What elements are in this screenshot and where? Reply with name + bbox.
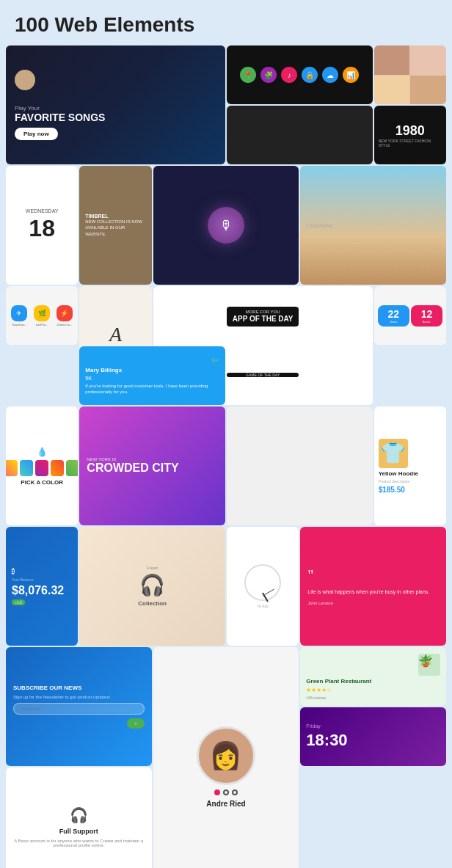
dot-inactive-2[interactable] bbox=[232, 789, 238, 795]
stat-num-2: 12 bbox=[421, 308, 433, 320]
card-newsletter: SUBSCRIBE OUR NEWS Sign up for the Newsl… bbox=[6, 647, 152, 766]
card-fashion-grid bbox=[374, 45, 446, 104]
icon-btn-travel[interactable]: ✈ Travel too... bbox=[9, 305, 30, 327]
card-time: Friday 18:30 bbox=[300, 707, 446, 766]
card-crowded-city: NEW YORK IS CROWDED CITY bbox=[79, 406, 225, 525]
swatch-2[interactable] bbox=[20, 460, 33, 476]
aod-game: GAME OF THE DAY bbox=[227, 373, 299, 377]
swatch-5[interactable] bbox=[66, 460, 78, 476]
aod-more: MORE FOR YOU bbox=[246, 310, 280, 315]
map-icon: 📍 bbox=[240, 67, 256, 83]
card-clock: hi top bbox=[227, 527, 299, 646]
twitter-bird-icon: 🐦 bbox=[211, 357, 219, 365]
music-subtitle: Play Your bbox=[15, 105, 40, 112]
clock-face bbox=[244, 564, 281, 601]
twitter-count: 5K bbox=[85, 376, 92, 381]
hoodie-price: $185.50 bbox=[379, 486, 405, 494]
cloud-icon: ☁ bbox=[322, 67, 338, 83]
balance-value: $8,076.32 bbox=[12, 584, 64, 597]
card-app-icons: 📍 🧩 ♪ 🔒 ☁ 📊 bbox=[227, 45, 373, 104]
restaurant-stars: ★★★★☆ bbox=[306, 687, 332, 693]
lock-icon: 🔒 bbox=[302, 67, 318, 83]
charm-icon: ⚡ bbox=[56, 305, 73, 321]
card-support: 🎧 Full Support A Basic account is for an… bbox=[6, 767, 152, 868]
card-calendar: WEDNESDAY 18 bbox=[6, 166, 78, 285]
support-title: Full Support bbox=[59, 828, 98, 835]
twitter-text: If you're looking for good customer tool… bbox=[85, 383, 219, 395]
restaurant-image: 🪴 bbox=[418, 654, 440, 676]
stat-1: 22 Users bbox=[378, 305, 409, 327]
newsletter-input[interactable] bbox=[13, 703, 145, 715]
stat-label-1: Users bbox=[390, 320, 397, 324]
fashion-cell-4 bbox=[410, 76, 446, 105]
quote-text: Life is what happens when you're busy in… bbox=[307, 588, 429, 597]
profile-name: Andre Ried bbox=[206, 800, 245, 808]
balance-label: Your Balance bbox=[12, 577, 34, 582]
support-text: A Basic account is for anyone who wants … bbox=[13, 839, 145, 847]
chart-icon: 📊 bbox=[343, 67, 359, 83]
swatch-1[interactable] bbox=[6, 460, 18, 476]
card-restaurant: 🪴 Green Plant Restaurant ★★★★☆ 146 revie… bbox=[300, 647, 446, 706]
icon-btn-leaf[interactable]: 🌿 LosPos... bbox=[32, 305, 53, 327]
water-drop-icon: 💧 bbox=[37, 447, 48, 457]
fashion-text: NEW COLLECTION IS NOW AVAILABLE IN OUR W… bbox=[85, 219, 145, 237]
clock-label: hi top bbox=[258, 604, 269, 608]
time-number: 18:30 bbox=[306, 731, 347, 750]
card-music: Play Your FAVORITE SONGS Play now bbox=[6, 45, 225, 164]
swatch-3[interactable] bbox=[35, 460, 48, 476]
leaf-icon: 🌿 bbox=[34, 305, 50, 321]
time-day: Friday bbox=[306, 723, 320, 729]
card-icon-buttons: ✈ Travel too... 🌿 LosPos... ⚡ Cherm on..… bbox=[6, 286, 78, 345]
newsletter-button[interactable]: > bbox=[127, 718, 145, 729]
icon-btn-charm[interactable]: ⚡ Cherm on... bbox=[54, 305, 76, 327]
card-stats-numbers: 22 Users 12 Active bbox=[374, 286, 446, 345]
swatch-4[interactable] bbox=[51, 460, 64, 476]
quote-author: John Lennon bbox=[307, 601, 333, 605]
headphones-collection: Collection bbox=[138, 600, 167, 607]
card-hoodie: 👕 Yellow Hoodie Product description $185… bbox=[374, 406, 446, 525]
travel-label: Travel too... bbox=[12, 323, 27, 327]
card-grid: Play Your FAVORITE SONGS Play now 📍 🧩 ♪ … bbox=[0, 45, 452, 868]
avatar bbox=[15, 70, 35, 90]
dot-inactive-1[interactable] bbox=[223, 789, 229, 795]
fashion-cell-1 bbox=[374, 45, 410, 75]
card-microphone: 🎙 bbox=[153, 166, 299, 285]
calendar-day: WEDNESDAY bbox=[26, 208, 59, 214]
restaurant-reviews: 146 reviews bbox=[306, 696, 326, 700]
card-profile-circle: 👩 Andre Ried bbox=[153, 647, 299, 868]
stat-2: 12 Active bbox=[411, 305, 442, 327]
card-headphones: Fresh 🎧 Collection bbox=[79, 527, 225, 646]
card-gallery bbox=[227, 106, 373, 164]
dot-active[interactable] bbox=[214, 789, 220, 795]
profile-dots bbox=[214, 789, 238, 795]
color-picker-label: PICK A COLOR bbox=[21, 479, 63, 486]
headphones-icon: 🎧 bbox=[139, 573, 165, 597]
aod-title: APP OF THE DAY bbox=[233, 315, 294, 324]
leaf-label: LosPos... bbox=[36, 323, 48, 327]
music-title: FAVORITE SONGS bbox=[15, 112, 105, 124]
balance-badge: +2.5 bbox=[12, 599, 25, 605]
offer-letter: A bbox=[109, 323, 122, 346]
card-color-picker: 💧 PICK A COLOR bbox=[6, 406, 78, 525]
card-photo-grid bbox=[227, 406, 373, 525]
play-button[interactable]: Play now bbox=[15, 128, 58, 140]
color-swatches bbox=[6, 460, 78, 476]
quote-mark-icon: " bbox=[307, 567, 313, 584]
card-fashion-banner: TIMBREL NEW COLLECTION IS NOW AVAILABLE … bbox=[79, 166, 151, 285]
clock-minute-hand bbox=[263, 589, 274, 597]
crowded-title: CROWDED CITY bbox=[87, 462, 178, 475]
hoodie-title: Yellow Hoodie bbox=[379, 470, 418, 477]
travel-icon: ✈ bbox=[11, 305, 27, 321]
calendar-number: 18 bbox=[29, 215, 55, 242]
card-ny-fashion: 1980 NEW YORK STREET FASHION STYLE bbox=[374, 106, 446, 164]
page-title: 100 Web Elements bbox=[0, 0, 452, 45]
ny-year: 1980 bbox=[396, 123, 425, 139]
fashion-cell-2 bbox=[410, 45, 446, 75]
ny-city: NEW YORK STREET FASHION STYLE bbox=[379, 139, 442, 147]
card-landscape: Childhood bbox=[300, 166, 446, 285]
newsletter-title: SUBSCRIBE OUR NEWS bbox=[13, 685, 81, 691]
aod-main: MORE FOR YOU APP OF THE DAY bbox=[227, 307, 299, 327]
headphones-label: Fresh bbox=[147, 566, 158, 570]
charm-label: Cherm on... bbox=[57, 323, 73, 327]
mic-icon: 🎙 bbox=[208, 207, 244, 244]
